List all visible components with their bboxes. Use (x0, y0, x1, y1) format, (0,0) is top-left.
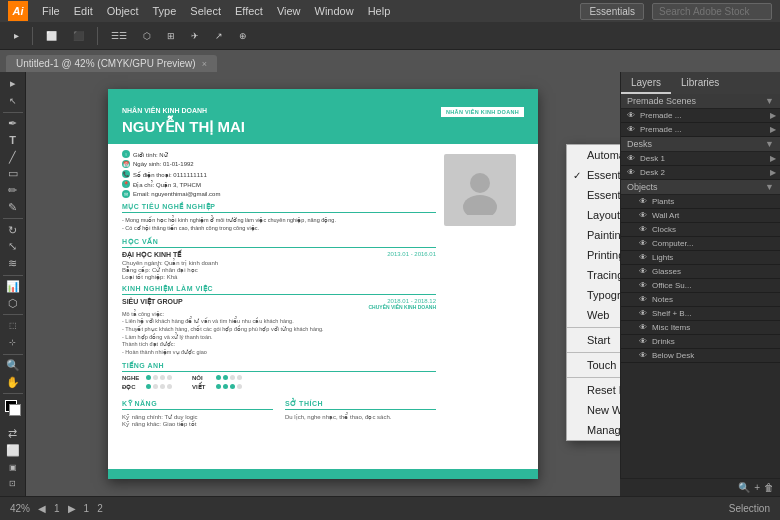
search-input[interactable] (652, 3, 772, 20)
screen-mode[interactable]: ⊡ (2, 476, 24, 492)
swap-colors[interactable]: ⇄ (2, 426, 24, 442)
graph-tool[interactable]: 📊 (2, 278, 24, 294)
menu-view[interactable]: View (271, 3, 307, 19)
objects-label: Objects (627, 182, 658, 192)
shape-tool[interactable]: ▭ (2, 166, 24, 182)
skills-hobbies: KỸ NĂNG Kỹ năng chính: Tư duy logic Kỹ n… (122, 395, 436, 427)
layer-glasses[interactable]: 👁 Glasses (621, 265, 780, 279)
layer-wallart[interactable]: 👁 Wall Art (621, 209, 780, 223)
direct-select-tool[interactable]: ↖ (2, 93, 24, 109)
info-icon-gender: ♀ (122, 150, 130, 158)
document-tab[interactable]: Untitled-1 @ 42% (CMYK/GPU Preview) × (6, 55, 217, 72)
paintbrush-tool[interactable]: ✏ (2, 183, 24, 199)
dropdown-essentials-classic[interactable]: Essentials Classic (567, 185, 620, 205)
layers-list: 👁 Premade ... ▶ 👁 Premade ... ▶ Desks ▼ … (621, 109, 780, 363)
menu-type[interactable]: Type (147, 3, 183, 19)
select-tool-options[interactable]: ▸ (8, 27, 25, 44)
panel-delete-icon[interactable]: 🗑 (764, 482, 774, 493)
selection-tool[interactable]: ▸ (2, 76, 24, 92)
premade-expand-icon[interactable]: ▼ (765, 96, 774, 106)
menu-window[interactable]: Window (309, 3, 360, 19)
panel-search-icon[interactable]: 🔍 (738, 482, 750, 493)
scale-tool[interactable]: ⤡ (2, 239, 24, 255)
normal-mode[interactable]: ⬜ (2, 442, 24, 458)
layer-premade1[interactable]: 👁 Premade ... ▶ (621, 109, 780, 123)
transform-btn[interactable]: ⬡ (137, 28, 157, 44)
layer-shelf[interactable]: 👁 Shelf + B... (621, 307, 780, 321)
dropdown-painting[interactable]: Painting (567, 225, 620, 245)
chevron-premade1[interactable]: ▶ (770, 111, 776, 120)
layer-desk1[interactable]: 👁 Desk 1 ▶ (621, 152, 780, 166)
dropdown-typography[interactable]: Typography (567, 285, 620, 305)
menu-object[interactable]: Object (101, 3, 145, 19)
layer-clocks[interactable]: 👁 Clocks (621, 223, 780, 237)
skill-section: KỸ NĂNG Kỹ năng chính: Tư duy logic Kỹ n… (122, 395, 273, 427)
panel-bottom-icons: 🔍 + 🗑 (620, 478, 780, 496)
layer-computer[interactable]: 👁 Computer... (621, 237, 780, 251)
job-company: SIÊU VIỆT GROUP (122, 298, 183, 310)
panel-add-icon[interactable]: + (754, 482, 760, 493)
stroke-btn[interactable]: ⬜ (40, 28, 63, 44)
essentials-button[interactable]: Essentials (580, 3, 644, 20)
dropdown-sep-3 (567, 377, 620, 378)
menu-select[interactable]: Select (184, 3, 227, 19)
menu-edit[interactable]: Edit (68, 3, 99, 19)
dropdown-essentials[interactable]: Essentials (567, 165, 620, 185)
arrange-btn[interactable]: ☰☰ (105, 28, 133, 44)
dropdown-touch[interactable]: Touch (567, 355, 620, 375)
mask-mode[interactable]: ▣ (2, 459, 24, 475)
layer-desk2[interactable]: 👁 Desk 2 ▶ (621, 166, 780, 180)
arrow-btn[interactable]: ↗ (209, 28, 229, 44)
layer-notes[interactable]: 👁 Notes (621, 293, 780, 307)
type-tool[interactable]: T (2, 132, 24, 148)
menu-file[interactable]: File (36, 3, 66, 19)
line-tool[interactable]: ╱ (2, 149, 24, 165)
layer-drinks[interactable]: 👁 Drinks (621, 335, 780, 349)
dropdown-new-workspace[interactable]: New Workspace... (567, 400, 620, 420)
slice-tool[interactable]: ⊹ (2, 335, 24, 351)
page-num: 1 (84, 503, 90, 514)
artboard-tool[interactable]: ⬚ (2, 318, 24, 334)
chevron-premade2[interactable]: ▶ (770, 125, 776, 134)
layer-premade2[interactable]: 👁 Premade ... ▶ (621, 123, 780, 137)
premade-scenes-label: Premade Scenes (627, 96, 696, 106)
add-btn[interactable]: ⊕ (233, 28, 253, 44)
grid-btn[interactable]: ⊞ (161, 28, 181, 44)
tab-layers[interactable]: Layers (621, 73, 671, 94)
document-page: NHÂN VIÊN KINH DOANH NGUYỄN THỊ MAI NHÂN… (108, 89, 538, 479)
pen-tool[interactable]: ✒ (2, 115, 24, 131)
viet-dot2 (223, 384, 228, 389)
layer-lights[interactable]: 👁 Lights (621, 251, 780, 265)
dropdown-tracing[interactable]: Tracing (567, 265, 620, 285)
menu-help[interactable]: Help (362, 3, 397, 19)
desks-expand[interactable]: ▼ (765, 139, 774, 149)
warp-tool[interactable]: ≋ (2, 256, 24, 272)
layer-plants[interactable]: 👁 Plants (621, 195, 780, 209)
hand-tool[interactable]: ✋ (2, 374, 24, 390)
avatar-svg (455, 165, 505, 215)
rotate-tool[interactable]: ↻ (2, 222, 24, 238)
zoom-decrease[interactable]: ◀ (38, 503, 46, 514)
objects-expand[interactable]: ▼ (765, 182, 774, 192)
dropdown-start[interactable]: Start (567, 330, 620, 350)
noi-dot1 (216, 375, 221, 380)
fill-color[interactable] (2, 397, 24, 413)
layer-officesu[interactable]: 👁 Office Su... (621, 279, 780, 293)
fill-btn[interactable]: ⬛ (67, 28, 90, 44)
zoom-tool[interactable]: 🔍 (2, 357, 24, 373)
layer-miscitems[interactable]: 👁 Misc Items (621, 321, 780, 335)
dropdown-layout[interactable]: Layout (567, 205, 620, 225)
zoom-increase[interactable]: ▶ (68, 503, 76, 514)
dropdown-web[interactable]: Web (567, 305, 620, 325)
tab-close-button[interactable]: × (202, 59, 207, 69)
tab-libraries[interactable]: Libraries (671, 73, 729, 94)
layer-belowdesk[interactable]: 👁 Below Desk (621, 349, 780, 363)
menu-effect[interactable]: Effect (229, 3, 269, 19)
path-btn[interactable]: ✈ (185, 28, 205, 44)
symbol-tool[interactable]: ⬡ (2, 295, 24, 311)
dropdown-automation[interactable]: Automation (567, 145, 620, 165)
pencil-tool[interactable]: ✎ (2, 200, 24, 216)
dropdown-reset[interactable]: Reset Essentials (567, 380, 620, 400)
dropdown-printing[interactable]: Printing and Proofing (567, 245, 620, 265)
dropdown-manage[interactable]: Manage Workspaces... (567, 420, 620, 440)
